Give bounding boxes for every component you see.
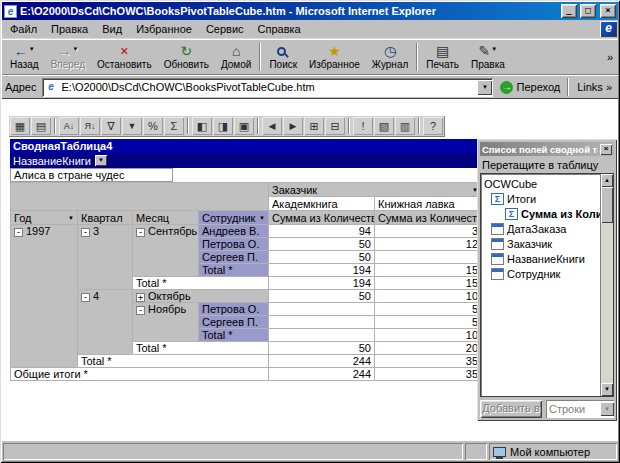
value-cell[interactable]: 35 bbox=[375, 355, 482, 368]
export-to-excel-button[interactable]: ▧ bbox=[374, 117, 394, 135]
collapse-icon[interactable]: - bbox=[14, 228, 23, 237]
value-cell[interactable]: 50 bbox=[269, 238, 375, 251]
close-icon[interactable]: × bbox=[600, 144, 612, 155]
minimize-icon[interactable]: _ bbox=[561, 4, 577, 18]
row-group-year[interactable]: -1997 bbox=[11, 225, 78, 368]
value-cell[interactable]: 15 bbox=[375, 277, 482, 290]
refresh-data-button[interactable]: ! bbox=[353, 117, 373, 135]
filter-field-bar[interactable]: НазваниеКниги ▼ bbox=[10, 153, 481, 168]
scroll-up-icon[interactable]: ▲ bbox=[601, 174, 613, 187]
expand-button[interactable]: ⊞ bbox=[304, 117, 324, 135]
move-to-row-area-button[interactable]: ◧ bbox=[192, 117, 212, 135]
row-total-month[interactable]: Total * bbox=[133, 277, 269, 290]
promote-button[interactable]: ◀ bbox=[262, 117, 282, 135]
row-total-employee[interactable]: Total * bbox=[199, 264, 269, 277]
row-member-employee[interactable]: Петрова О. bbox=[199, 238, 269, 251]
sort-descending-button[interactable]: Я↓ bbox=[80, 117, 100, 135]
favorites-button[interactable]: ★ Избранное bbox=[303, 41, 366, 73]
row-group-quarter-4[interactable]: -4 bbox=[78, 290, 133, 355]
forward-button[interactable]: →▼ Вперед bbox=[45, 41, 91, 73]
value-cell[interactable]: 12 bbox=[375, 238, 482, 251]
value-cell[interactable] bbox=[375, 251, 482, 264]
area-dropdown-icon[interactable]: ▼ bbox=[600, 402, 614, 416]
value-cell[interactable]: 194 bbox=[269, 264, 375, 277]
value-cell[interactable]: 244 bbox=[269, 355, 375, 368]
value-cell[interactable]: 5 bbox=[375, 303, 482, 316]
address-dropdown-icon[interactable]: ▼ bbox=[477, 80, 492, 95]
autocalc-button[interactable]: % bbox=[143, 117, 163, 135]
row-total-quarter[interactable]: Total * bbox=[78, 355, 269, 368]
row-field-month[interactable]: Месяц bbox=[133, 211, 199, 225]
value-cell[interactable]: 5 bbox=[375, 316, 482, 329]
tree-item-customer[interactable]: Заказчик bbox=[481, 236, 600, 251]
measure-header[interactable]: Сумма из Количество bbox=[269, 211, 375, 225]
stop-button[interactable]: × Остановить bbox=[91, 41, 158, 73]
menu-favorites[interactable]: Избранное bbox=[129, 21, 199, 37]
menu-help[interactable]: Справка bbox=[251, 21, 308, 37]
field-list-button[interactable]: ▥ bbox=[395, 117, 415, 135]
grand-total-row[interactable]: Общие итоги * bbox=[11, 368, 269, 381]
scrollbar-track[interactable] bbox=[601, 187, 613, 383]
menu-view[interactable]: Вид bbox=[95, 21, 129, 37]
filter-value-cell[interactable]: Алиса в стране чудес bbox=[10, 168, 173, 182]
move-to-filter-area-button[interactable]: ▣ bbox=[234, 117, 254, 135]
sort-ascending-button[interactable]: А↓ bbox=[59, 117, 79, 135]
pivottable-menu-button[interactable]: ▦ bbox=[10, 117, 30, 135]
move-to-column-area-button[interactable]: ◨ bbox=[213, 117, 233, 135]
back-button[interactable]: ←▼ Назад bbox=[4, 41, 45, 73]
row-total-month[interactable]: Total * bbox=[133, 342, 269, 355]
go-button[interactable]: → Переход bbox=[498, 81, 562, 94]
refresh-button[interactable]: ↻ Обновить bbox=[158, 41, 215, 73]
dropdown-icon[interactable]: ▼ bbox=[68, 212, 74, 224]
value-cell[interactable]: 194 bbox=[269, 277, 375, 290]
tree-item-totals[interactable]: Σ Итоги bbox=[481, 191, 600, 206]
row-group-quarter-3[interactable]: -3 bbox=[78, 225, 133, 290]
tree-item-sum-of-quantity[interactable]: Σ Сумма из Количест bbox=[481, 206, 600, 221]
scroll-down-icon[interactable]: ▼ bbox=[601, 383, 613, 396]
subtotal-button[interactable]: Σ bbox=[164, 117, 184, 135]
value-cell[interactable]: 10 bbox=[375, 290, 482, 303]
field-list-titlebar[interactable]: Список полей сводной таблицы × bbox=[480, 142, 614, 156]
collapse-icon[interactable]: - bbox=[136, 228, 145, 237]
row-member-employee[interactable]: Сергеев П. bbox=[199, 316, 269, 329]
column-member[interactable]: Академкнига bbox=[269, 197, 375, 211]
edit-button[interactable]: ✎▼ Правка bbox=[465, 41, 511, 73]
row-member-employee[interactable]: Андреев В. bbox=[199, 225, 269, 238]
value-cell[interactable]: 50 bbox=[269, 251, 375, 264]
row-member-employee[interactable]: Сергеев П. bbox=[199, 251, 269, 264]
value-cell[interactable]: 94 bbox=[269, 225, 375, 238]
autofilter-button[interactable]: ∇ bbox=[101, 117, 121, 135]
tree-item-employee[interactable]: Сотрудник bbox=[481, 266, 600, 281]
field-list-scrollbar[interactable]: ▲ ▼ bbox=[600, 174, 613, 396]
value-cell[interactable] bbox=[269, 329, 375, 342]
measure-header[interactable]: Сумма из Количество bbox=[375, 211, 482, 225]
value-cell[interactable]: 244 bbox=[269, 368, 375, 381]
show-top-bottom-button[interactable]: ▼ bbox=[122, 117, 142, 135]
close-icon[interactable]: × bbox=[600, 4, 616, 18]
row-group-november[interactable]: -Ноябрь bbox=[133, 303, 199, 342]
row-field-quarter[interactable]: Квартал bbox=[78, 211, 133, 225]
toolbar-overflow-button[interactable]: » bbox=[604, 51, 616, 63]
help-button[interactable]: ? bbox=[423, 117, 443, 135]
value-cell[interactable]: 35 bbox=[375, 368, 482, 381]
value-cell[interactable]: 10 bbox=[375, 329, 482, 342]
titlebar[interactable]: e E:\O2000\DsCd\ChOWC\BooksPivotTableCub… bbox=[2, 2, 618, 20]
demote-button[interactable]: ▶ bbox=[283, 117, 303, 135]
add-to-button[interactable]: Добавить в bbox=[480, 400, 542, 418]
row-total-employee[interactable]: Total * bbox=[199, 329, 269, 342]
row-field-employee[interactable]: Сотрудник▼ bbox=[199, 211, 269, 225]
print-button[interactable]: ▤ Печать bbox=[420, 41, 465, 73]
row-member-employee[interactable]: Петрова О. bbox=[199, 303, 269, 316]
value-cell[interactable] bbox=[269, 303, 375, 316]
address-value[interactable]: E:\O2000\DsCd\ChOWC\BooksPivotTableCube.… bbox=[62, 81, 474, 93]
scrollbar-thumb[interactable] bbox=[601, 187, 613, 223]
value-cell[interactable]: 3 bbox=[375, 225, 482, 238]
value-cell[interactable]: 50 bbox=[269, 342, 375, 355]
value-cell[interactable]: 15 bbox=[375, 264, 482, 277]
row-group-october[interactable]: +Октябрь bbox=[133, 290, 269, 303]
filter-dropdown-icon[interactable]: ▼ bbox=[95, 155, 107, 166]
menu-file[interactable]: Файл bbox=[3, 21, 44, 37]
collapse-button[interactable]: ⊟ bbox=[325, 117, 345, 135]
history-button[interactable]: ◷ Журнал bbox=[366, 41, 415, 73]
area-select[interactable]: Строки ▼ bbox=[546, 400, 614, 418]
